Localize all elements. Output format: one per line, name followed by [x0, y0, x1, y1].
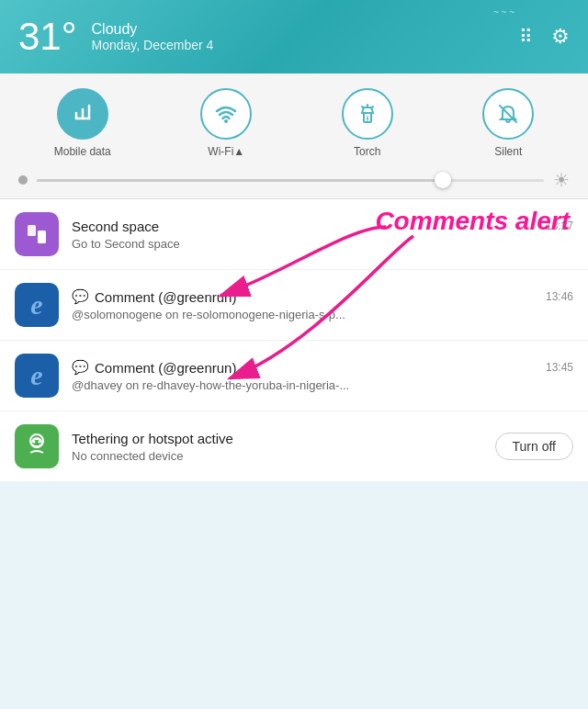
svg-point-1	[224, 119, 228, 123]
second-space-title: Second space	[72, 219, 159, 234]
notifications-container: Comments alert Second space	[0, 199, 588, 482]
brightness-max-icon: ☀	[553, 169, 570, 191]
comment1-time: 13:46	[546, 290, 573, 303]
comment1-title: Comment (@greenrun)	[95, 289, 236, 305]
mobile-data-label: Mobile data	[54, 145, 111, 158]
temperature: 31°	[18, 15, 77, 59]
settings-icon[interactable]: ⚙	[551, 25, 570, 49]
second-space-header: Second space 13:27	[72, 219, 573, 234]
brightness-min-icon	[18, 175, 28, 185]
toggle-silent[interactable]: Silent	[482, 88, 534, 158]
tethering-content: Tethering or hotspot active No connected…	[72, 431, 486, 463]
comment2-content: 💬 Comment (@greenrun) 13:45 @dhavey on r…	[72, 359, 573, 392]
comment1-body: @solomonogene on re-solomonogene-nigeria…	[72, 308, 439, 321]
svg-rect-12	[38, 231, 46, 243]
comment1-app-icon: e	[15, 283, 59, 327]
notification-tethering[interactable]: Tethering or hotspot active No connected…	[0, 411, 588, 482]
tethering-icon	[15, 424, 59, 468]
wifi-label: Wi-Fi▲	[208, 145, 244, 158]
comment2-title: Comment (@greenrun)	[95, 360, 236, 376]
comment2-app-icon: e	[15, 354, 59, 398]
comment2-title-wrap: 💬 Comment (@greenrun)	[72, 359, 236, 376]
tethering-body: No connected device	[72, 449, 439, 463]
weather-date: Monday, December 4	[92, 38, 214, 52]
slider-fill	[37, 179, 443, 182]
birds-decoration: ~ ~ ~	[493, 7, 514, 17]
notification-second-space[interactable]: Second space 13:27 Go to Second space	[0, 199, 588, 270]
toggle-wifi[interactable]: Wi-Fi▲	[200, 88, 252, 158]
weather-bar: 31° Cloudy Monday, December 4 ~ ~ ~ ⠿ ⚙	[0, 0, 588, 73]
slider-thumb	[435, 172, 451, 188]
silent-label: Silent	[494, 145, 522, 158]
grid-icon[interactable]: ⠿	[519, 26, 533, 48]
comment2-body: @dhavey on re-dhavey-how-the-yoruba-in-n…	[72, 378, 439, 392]
comment1-content: 💬 Comment (@greenrun) 13:46 @solomonogen…	[72, 288, 573, 321]
comment2-comment-icon: 💬	[72, 359, 89, 376]
mobile-data-circle	[57, 88, 108, 140]
wifi-circle	[200, 88, 252, 140]
weather-condition: Cloudy	[92, 21, 214, 38]
second-space-time: 13:27	[546, 219, 573, 232]
slider-track	[37, 179, 544, 182]
tethering-header: Tethering or hotspot active	[72, 431, 486, 446]
toggle-torch[interactable]: Torch	[342, 88, 393, 158]
brightness-slider[interactable]: ☀	[0, 169, 588, 191]
comment1-comment-icon: 💬	[72, 288, 89, 305]
torch-circle	[342, 88, 393, 140]
silent-circle	[482, 88, 534, 140]
weather-info: Cloudy Monday, December 4	[92, 21, 214, 52]
weather-icons: ⠿ ⚙	[519, 25, 570, 49]
toggle-mobile-data[interactable]: Mobile data	[54, 88, 111, 158]
svg-rect-11	[28, 225, 36, 236]
svg-line-5	[362, 107, 364, 108]
quick-toggles: Mobile data Wi-Fi▲	[0, 88, 588, 158]
comment1-header: 💬 Comment (@greenrun) 13:46	[72, 288, 573, 305]
second-space-body: Go to Second space	[72, 237, 439, 251]
comment1-title-wrap: 💬 Comment (@greenrun)	[72, 288, 236, 305]
torch-label: Torch	[354, 145, 380, 158]
svg-line-6	[371, 107, 373, 108]
quick-settings-panel: Mobile data Wi-Fi▲	[0, 73, 588, 199]
comment2-header: 💬 Comment (@greenrun) 13:45	[72, 359, 573, 376]
comment2-time: 13:45	[546, 361, 573, 374]
tethering-title: Tethering or hotspot active	[72, 431, 233, 446]
second-space-icon	[15, 212, 59, 256]
turn-off-button[interactable]: Turn off	[495, 433, 573, 460]
second-space-content: Second space 13:27 Go to Second space	[72, 219, 573, 251]
svg-point-15	[33, 441, 36, 444]
svg-point-16	[39, 441, 41, 444]
notification-comment-1[interactable]: e 💬 Comment (@greenrun) 13:46 @solomonog…	[0, 270, 588, 341]
notification-comment-2[interactable]: e 💬 Comment (@greenrun) 13:45 @dhavey on…	[0, 341, 588, 411]
